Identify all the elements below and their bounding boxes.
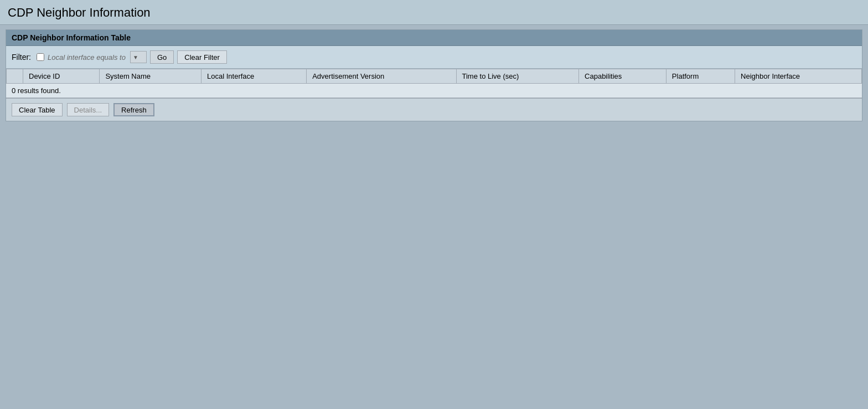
col-header-capabilities: Capabilities xyxy=(579,69,666,84)
results-text: 0 results found. xyxy=(6,84,862,98)
filter-placeholder-text: Local interface equals to xyxy=(48,53,126,62)
filter-label: Filter: xyxy=(12,53,31,62)
clear-table-button[interactable]: Clear Table xyxy=(12,103,63,116)
chevron-down-icon: ▼ xyxy=(133,54,138,60)
table-panel: CDP Neighbor Information Table Filter: L… xyxy=(6,29,862,121)
clear-filter-button[interactable]: Clear Filter xyxy=(177,50,227,64)
col-header-checkbox xyxy=(7,69,23,84)
col-header-neighbor-interface: Neighbor Interface xyxy=(735,69,862,84)
go-button[interactable]: Go xyxy=(150,50,174,64)
col-header-advertisement-version: Advertisement Version xyxy=(307,69,456,84)
details-button[interactable]: Details... xyxy=(67,103,110,116)
action-row: Clear Table Details... Refresh xyxy=(6,98,862,121)
filter-checkbox[interactable] xyxy=(37,53,44,61)
col-header-time-to-live: Time to Live (sec) xyxy=(456,69,579,84)
data-table: Device ID System Name Local Interface Ad… xyxy=(6,69,862,84)
filter-row: Filter: Local interface equals to ▼ Go C… xyxy=(6,46,862,69)
table-container: Device ID System Name Local Interface Ad… xyxy=(6,69,862,98)
panel-header: CDP Neighbor Information Table xyxy=(6,30,862,46)
refresh-button[interactable]: Refresh xyxy=(113,103,154,116)
col-header-platform: Platform xyxy=(666,69,735,84)
page-title: CDP Neighbor Information xyxy=(0,0,868,25)
table-header-row: Device ID System Name Local Interface Ad… xyxy=(7,69,862,84)
col-header-system-name: System Name xyxy=(100,69,202,84)
col-header-device-id: Device ID xyxy=(23,69,100,84)
col-header-local-interface: Local Interface xyxy=(202,69,307,84)
filter-dropdown[interactable]: ▼ xyxy=(130,51,147,63)
